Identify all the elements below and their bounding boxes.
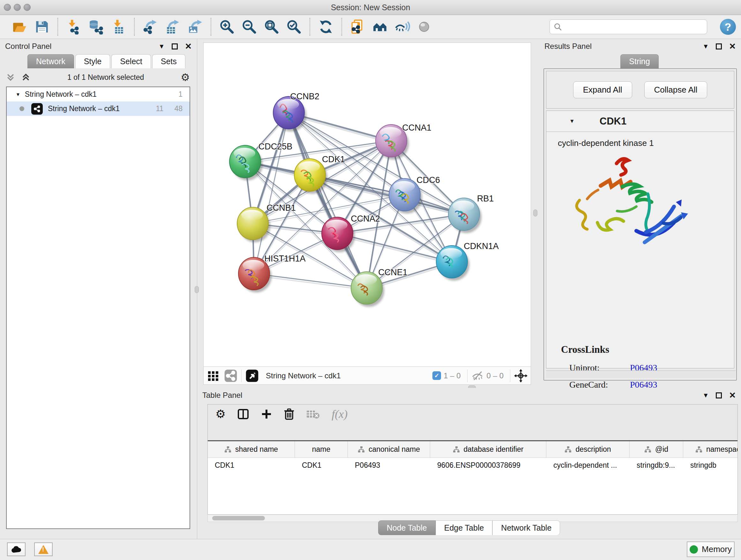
column-header-name[interactable]: name [295, 441, 348, 457]
network-collection-row[interactable]: ▼ String Network – cdk1 1 [7, 87, 190, 102]
warnings-button[interactable] [34, 543, 53, 556]
network-canvas[interactable]: CCNB2CCNA1CDC25BCDK1CDC6RB1CCNB1CCNA2CDK… [203, 43, 531, 367]
control-panel-close-icon[interactable]: ✕ [185, 42, 192, 51]
toolbar-separator [211, 18, 211, 36]
results-divider-handle[interactable] [533, 209, 537, 216]
control-panel-float-icon[interactable] [172, 44, 178, 50]
table-header-row: shared namenamecanonical namedatabase id… [208, 441, 738, 458]
first-neighbors-icon[interactable] [371, 17, 389, 36]
export-table-icon[interactable] [164, 17, 182, 36]
update-network-icon[interactable] [317, 17, 335, 36]
control-panel: Control Panel ▼ ✕ NetworkStyleSelectSets… [0, 39, 197, 539]
table-cell[interactable]: 9606.ENSP00000378699 [430, 458, 546, 473]
collection-expander-icon[interactable]: ▼ [16, 91, 20, 97]
tab-select[interactable]: Select [111, 54, 151, 68]
table-cell[interactable]: stringdb [683, 458, 738, 473]
graphics-details-icon[interactable] [416, 17, 434, 36]
tab-style[interactable]: Style [75, 54, 111, 68]
delete-table-icon[interactable] [306, 409, 320, 420]
import-table-from-file-icon[interactable] [110, 17, 127, 36]
tab-edge-table[interactable]: Edge Table [435, 520, 493, 535]
tab-string[interactable]: String [620, 54, 658, 68]
node-label-CCNE1: CCNE1 [378, 267, 408, 277]
table-hscrollbar-thumb[interactable] [212, 516, 265, 520]
node-details-expander-icon[interactable]: ▼ [569, 118, 575, 125]
import-network-from-database-icon[interactable] [87, 17, 105, 36]
node-label-CCNA2: CCNA2 [351, 214, 380, 224]
table-panel-collapse-icon[interactable]: ▼ [702, 392, 709, 398]
results-scroll-strip[interactable] [546, 370, 736, 378]
results-panel-close-icon[interactable]: ✕ [729, 42, 736, 51]
zoom-fit-content-icon[interactable] [263, 17, 280, 36]
memory-label: Memory [702, 544, 732, 554]
table-panel-float-icon[interactable] [716, 392, 722, 398]
function-builder-icon[interactable]: f(x) [332, 408, 347, 421]
network-view-icon[interactable] [224, 369, 238, 382]
export-network-icon[interactable] [141, 17, 159, 36]
main-toolbar: ? [0, 15, 741, 39]
column-header-shared-name[interactable]: shared name [208, 441, 295, 457]
expand-all-icon[interactable] [21, 72, 30, 82]
table-cell[interactable]: P06493 [348, 458, 430, 473]
table-settings-gear-icon[interactable]: ⚙ [215, 408, 226, 421]
network-node-CCNA2[interactable] [322, 217, 355, 252]
show-columns-icon[interactable] [237, 408, 249, 420]
table-panel-close-icon[interactable]: ✕ [729, 391, 736, 399]
selected-nodes-checkbox[interactable]: ✓ [432, 371, 441, 380]
node-label-CDK1: CDK1 [322, 154, 345, 164]
search-box[interactable] [549, 19, 707, 34]
control-panel-collapse-icon[interactable]: ▼ [158, 43, 165, 50]
tab-network[interactable]: Network [27, 54, 74, 68]
tab-network-table[interactable]: Network Table [492, 520, 560, 535]
tab-sets[interactable]: Sets [152, 54, 185, 68]
zoom-in-icon[interactable] [218, 17, 236, 36]
zoom-selected-icon[interactable] [285, 17, 303, 36]
search-input[interactable] [562, 23, 699, 31]
node-label-RB1: RB1 [477, 194, 494, 203]
open-session-icon[interactable] [10, 17, 28, 36]
birds-eye-view-icon[interactable] [246, 369, 259, 382]
expand-all-button[interactable]: Expand All [573, 81, 632, 98]
network-node-RB1[interactable] [448, 198, 482, 233]
add-column-plus-icon[interactable] [261, 408, 272, 420]
results-panel-float-icon[interactable] [716, 44, 722, 50]
zoom-out-icon[interactable] [240, 17, 258, 36]
collection-count: 1 [179, 90, 183, 99]
string-results-box: Expand All Collapse All ▼ CDK1 cyclin-de… [543, 68, 737, 381]
column-header-canonical-name[interactable]: canonical name [348, 441, 430, 457]
node-label-CDC25B: CDC25B [259, 142, 293, 151]
table-cell[interactable]: cyclin-dependent ... [546, 458, 630, 473]
table-cell[interactable]: CDK1 [295, 458, 348, 473]
table-cell[interactable]: CDK1 [208, 458, 295, 473]
column-header-description[interactable]: description [546, 441, 630, 457]
collapse-all-icon[interactable] [6, 72, 15, 82]
grid-view-icon[interactable] [207, 369, 219, 382]
tab-node-table[interactable]: Node Table [378, 520, 435, 535]
toolbar-separator [134, 18, 135, 36]
node-details-name: CDK1 [600, 116, 626, 127]
panel-divider-handle[interactable] [195, 286, 199, 293]
node-details-card: ▼ CDK1 cyclin-dependent kinase 1 [546, 111, 734, 368]
column-header-database-identifier[interactable]: database identifier [430, 441, 546, 457]
table-toolbar: ⚙ f(x) [208, 405, 738, 424]
new-network-from-selection-icon[interactable] [349, 17, 367, 36]
toolbar-separator [341, 18, 342, 36]
import-network-from-file-icon[interactable] [65, 17, 83, 36]
save-session-icon[interactable] [33, 17, 51, 36]
node-details-header[interactable]: ▼ CDK1 [546, 111, 734, 132]
column-header-namespace[interactable]: namespace [683, 441, 738, 457]
results-panel-collapse-icon[interactable]: ▼ [702, 43, 709, 50]
network-row[interactable]: String Network – cdk1 11 48 [7, 102, 190, 116]
cloud-status-button[interactable] [7, 543, 25, 556]
pan-crosshair-icon[interactable] [514, 369, 528, 382]
hide-selected-icon[interactable] [394, 17, 411, 36]
column-header--id[interactable]: @id [630, 441, 683, 457]
delete-column-trash-icon[interactable] [284, 408, 294, 420]
help-icon[interactable]: ? [720, 19, 736, 35]
table-cell[interactable]: stringdb:9... [630, 458, 683, 473]
node-label-CDKN1A: CDKN1A [464, 241, 499, 251]
collapse-all-button[interactable]: Collapse All [644, 81, 708, 98]
export-image-icon[interactable] [186, 17, 204, 36]
memory-button[interactable]: Memory [687, 542, 735, 557]
network-options-gear-icon[interactable]: ⚙ [181, 71, 190, 83]
